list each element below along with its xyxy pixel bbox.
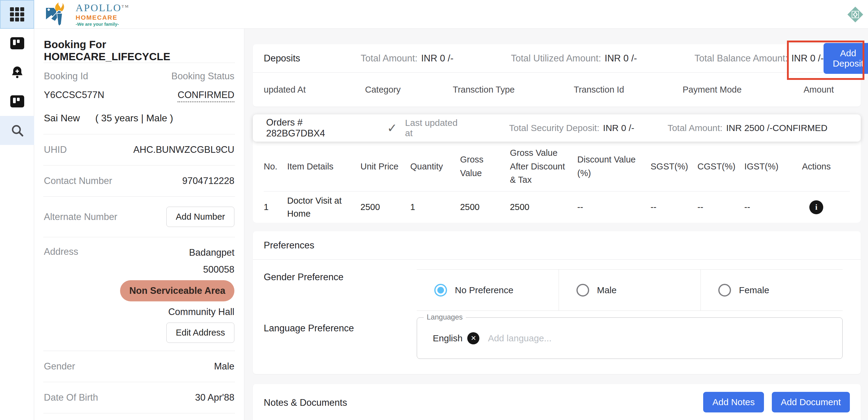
- logo-apollo-text: APOLLOTM: [75, 3, 129, 13]
- item-discount-value: --: [577, 201, 651, 213]
- column-amount: Amount: [804, 85, 868, 95]
- remove-language-icon[interactable]: ✕: [467, 332, 479, 344]
- patient-name-row: Sai New ( 35 years | Male ): [44, 103, 235, 134]
- column-payment-mode: Payment Mode: [683, 85, 804, 95]
- preferences-title: Preferences: [253, 231, 861, 259]
- add-notes-button[interactable]: Add Notes: [703, 392, 764, 413]
- column-sgst: SGST(%): [651, 160, 698, 173]
- booking-title: Booking For HOMECARE_LIFECYCLE: [44, 38, 235, 63]
- column-no: No.: [264, 160, 287, 173]
- total-amount-label: Total Amount:: [361, 53, 418, 64]
- item-unit-price: 2500: [361, 201, 410, 213]
- radio-option-female[interactable]: Female: [701, 270, 843, 310]
- orders-card: Orders # 282BG7DBX4 ✓ Last updated at To…: [253, 114, 861, 223]
- sidebar-item-board-1[interactable]: [0, 29, 34, 58]
- column-transaction-id: Transction Id: [574, 85, 683, 95]
- column-unit-price: Unit Price: [361, 160, 410, 173]
- booking-status-label: Booking Status: [171, 71, 235, 82]
- user-avatar[interactable]: [846, 5, 864, 24]
- add-deposit-button[interactable]: Add Deposit: [824, 43, 868, 74]
- uhid-value: AHC.BUNWZCGBL9CU: [133, 144, 235, 155]
- kanban-board-icon: [10, 37, 24, 49]
- logo-mark-icon: [45, 2, 72, 27]
- sidebar-item-board-2[interactable]: [0, 87, 34, 116]
- search-icon: [10, 123, 24, 138]
- gender-preference-label: Gender Preference: [253, 260, 417, 311]
- order-total-label: Total Amount:: [668, 123, 722, 133]
- item-igst: --: [744, 201, 788, 213]
- item-quantity: 1: [410, 201, 460, 213]
- main-content: Deposits Total Amount: INR 0 /- Total Ut…: [244, 29, 868, 420]
- item-no: 1: [264, 201, 287, 213]
- column-gross-after-discount: Gross Value After Discount & Tax: [510, 146, 577, 187]
- logo-tagline: -We are your family-: [75, 22, 129, 26]
- radio-selected-icon[interactable]: [434, 284, 447, 297]
- add-language-input[interactable]: [488, 333, 639, 343]
- address-line2: Community Hall: [168, 306, 235, 318]
- dob-label: Date Of Birth: [44, 392, 98, 403]
- radio-option-male[interactable]: Male: [559, 270, 701, 310]
- items-header-row: No. Item Details Unit Price Quantity Gro…: [264, 142, 850, 191]
- bell-plus-icon: [10, 65, 24, 79]
- logo-tm: TM: [122, 4, 129, 8]
- notes-documents-card: Notes & Documents Add Notes Add Document: [253, 384, 861, 420]
- languages-legend: Languages: [424, 313, 466, 321]
- add-number-button[interactable]: Add Number: [166, 207, 235, 227]
- order-status-badge: CONFIRMED: [772, 123, 828, 133]
- uhid-label: UHID: [44, 144, 67, 155]
- top-bar: APOLLOTM HOMECARE -We are your family-: [0, 0, 868, 29]
- gender-label: Gender: [44, 361, 75, 372]
- contact-number-label: Contact Number: [44, 176, 112, 186]
- checkmark-icon: ✓: [387, 121, 397, 135]
- total-balance-label: Total Balance Amount:: [694, 53, 787, 64]
- preferences-card: Preferences Gender Preference No Prefere…: [253, 231, 861, 374]
- logo-homecare-text: HOMECARE: [75, 14, 129, 21]
- radio-option-no-preference[interactable]: No Preference: [417, 270, 559, 310]
- column-category: Category: [365, 85, 453, 95]
- gender-preference-group: No Preference Male Female: [417, 269, 843, 311]
- notes-documents-title: Notes & Documents: [264, 397, 347, 408]
- item-gross-after-discount: 2500: [510, 201, 577, 213]
- deposits-table-header: updated At Category Transction Type Tran…: [253, 72, 861, 107]
- item-sgst: --: [651, 201, 698, 213]
- column-updated-at: updated At: [264, 85, 365, 95]
- column-gross-value: Gross Value: [460, 153, 510, 180]
- booking-status-value[interactable]: CONFIRMED: [178, 90, 235, 102]
- radio-unselected-icon[interactable]: [577, 284, 589, 297]
- add-document-button[interactable]: Add Document: [772, 392, 850, 413]
- language-chip-english: English ✕: [433, 332, 479, 344]
- total-utilized-value: INR 0 /-: [604, 53, 637, 64]
- deposits-title: Deposits: [264, 53, 300, 64]
- apps-grid-icon: [10, 7, 24, 22]
- booking-id-label: Booking Id: [44, 71, 104, 82]
- apps-menu-button[interactable]: [0, 0, 34, 29]
- gender-value: Male: [214, 361, 235, 372]
- order-summary-row[interactable]: Orders # 282BG7DBX4 ✓ Last updated at To…: [253, 114, 861, 142]
- last-updated-label: Last updated at: [405, 118, 464, 138]
- radio-unselected-icon[interactable]: [718, 284, 731, 297]
- edit-address-button[interactable]: Edit Address: [166, 323, 235, 343]
- non-serviceable-area-badge: Non Serviceable Area: [120, 280, 235, 301]
- sidebar-item-search[interactable]: [0, 116, 34, 145]
- order-items-table: No. Item Details Unit Price Quantity Gro…: [253, 142, 861, 223]
- address-pincode: 500058: [203, 263, 235, 276]
- patient-age-gender: ( 35 years | Male ): [95, 113, 173, 123]
- column-quantity: Quantity: [410, 160, 460, 173]
- item-info-icon[interactable]: i: [809, 200, 823, 214]
- patient-name: Sai New: [44, 113, 80, 123]
- item-name: Doctor Visit at Home: [287, 194, 361, 220]
- booking-details-panel: Booking For HOMECARE_LIFECYCLE Booking I…: [34, 29, 244, 420]
- item-gross-value: 2500: [460, 201, 510, 213]
- alternate-number-label: Alternate Number: [44, 211, 117, 222]
- kanban-board-icon: [10, 95, 24, 108]
- column-discount-value: Discount Value (%): [577, 153, 651, 180]
- languages-fieldset: Languages English ✕: [417, 318, 843, 359]
- deposits-card: Deposits Total Amount: INR 0 /- Total Ut…: [253, 44, 861, 107]
- sidebar-item-notifications[interactable]: [0, 58, 34, 87]
- item-cgst: --: [698, 201, 744, 213]
- security-deposit-label: Total Security Deposit:: [509, 123, 599, 133]
- column-cgst: CGST(%): [698, 160, 744, 173]
- column-igst: IGST(%): [744, 160, 788, 173]
- booking-id-value: Y6CCSC577N: [44, 90, 104, 100]
- order-id-title: Orders # 282BG7DBX4: [266, 117, 358, 139]
